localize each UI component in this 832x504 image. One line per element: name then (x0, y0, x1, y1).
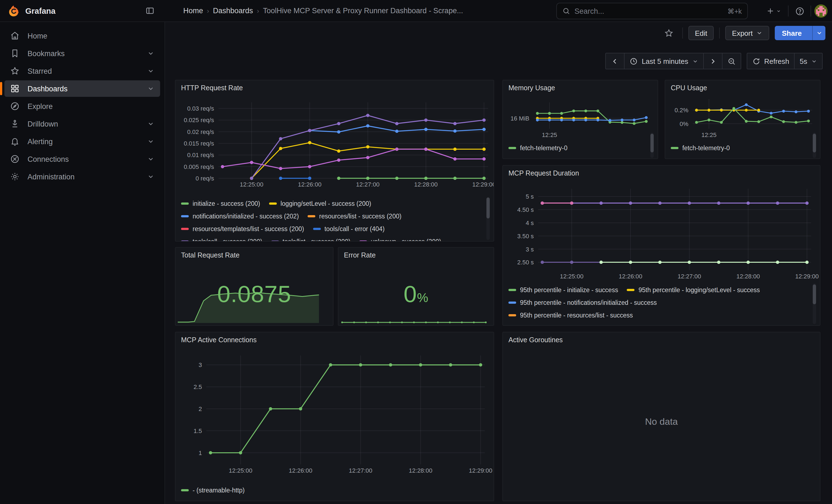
legend-item[interactable]: notifications/initialized - success (202… (181, 213, 299, 219)
chevron-down-icon (776, 8, 781, 14)
panel-total-request-rate: Total Request Rate 0.0875 (175, 247, 334, 326)
legend-item[interactable]: - (streamable-http) (181, 487, 244, 494)
legend-item[interactable]: unknown - success (200) (359, 238, 441, 242)
legend-scrollbar-thumb[interactable] (487, 197, 490, 218)
legend-label: unknown - success (200) (371, 238, 441, 242)
legend-item[interactable]: 95th percentile - notifications/initiali… (509, 299, 657, 306)
time-shift-back-button[interactable] (606, 53, 625, 69)
legend-item[interactable]: 95th percentile - initialize - success (509, 286, 618, 293)
legend-swatch (509, 314, 516, 316)
search-shortcut: ⌘+k (727, 7, 742, 15)
sidebar-item-dashboards[interactable]: Dashboards (4, 80, 160, 97)
legend-item[interactable]: tools/call - error (404) (313, 225, 385, 232)
legend-scrollbar-thumb[interactable] (813, 285, 816, 304)
stat-value: 0.0875 (176, 281, 333, 308)
panel-title[interactable]: HTTP Request Rate (181, 84, 243, 92)
panel-title[interactable]: Active Goroutines (509, 336, 563, 344)
legend-swatch (181, 215, 189, 217)
breadcrumb-item[interactable]: Home (183, 7, 203, 15)
legend-swatch (359, 240, 367, 242)
panel-mcp-request-duration: MCP Request Duration 12:25:0012:26:0012:… (502, 165, 821, 326)
sidebar-item-bookmarks[interactable]: Bookmarks (4, 45, 160, 62)
divider (682, 27, 683, 38)
legend-label: resources/list - success (200) (319, 213, 401, 219)
chevron-down-icon (816, 30, 822, 36)
svg-text:12:28:00: 12:28:00 (414, 181, 438, 188)
sidebar-item-explore[interactable]: Explore (4, 98, 160, 114)
edit-button[interactable]: Edit (688, 26, 714, 40)
svg-text:12:29:00: 12:29:00 (472, 181, 494, 188)
panel-title[interactable]: Memory Usage (509, 84, 555, 92)
panel-memory-usage: Memory Usage 12:2516 MiBfetch-telemetry-… (502, 80, 658, 159)
panel-error-rate: Error Rate 0% (338, 247, 494, 326)
legend-label: notifications/initialized - success (202… (192, 213, 299, 219)
sidebar-item-alerting[interactable]: Alerting (4, 133, 160, 150)
grafana-app: Grafana Home›Dashboards›ToolHive MCP Ser… (0, 0, 832, 504)
add-button[interactable] (763, 3, 785, 19)
export-button[interactable]: Export (726, 26, 769, 40)
legend-swatch (181, 202, 189, 205)
legend-item[interactable]: 95th percentile - resources/templates/li… (509, 324, 662, 325)
http-request-rate-chart[interactable]: 12:25:0012:26:0012:27:0012:28:0012:29:00… (176, 80, 494, 241)
sidebar-item-home[interactable]: Home (4, 27, 160, 44)
legend-item[interactable]: logging/setLevel - success (200) (269, 200, 371, 207)
legend-scrollbar-thumb[interactable] (650, 134, 654, 152)
search-input[interactable]: Search... ⌘+k (556, 3, 748, 19)
legend-item[interactable]: fetch-telemetry-0 (671, 145, 730, 151)
svg-text:12:29:00: 12:29:00 (795, 273, 819, 280)
dashboard-canvas: Last 5 minutes Refresh 5 (165, 44, 832, 504)
cog-icon (10, 172, 20, 182)
memory-usage-chart[interactable]: 12:2516 MiBfetch-telemetry-0 (503, 80, 657, 158)
user-avatar[interactable] (814, 4, 828, 18)
legend-swatch (627, 289, 635, 291)
legend-item[interactable]: resources/templates/list - success (200) (181, 225, 304, 232)
svg-text:12:25:00: 12:25:00 (229, 467, 252, 474)
zoom-out-button[interactable] (722, 53, 740, 69)
svg-text:0%: 0% (680, 121, 688, 127)
legend-item[interactable]: tools/list - success (200) (271, 238, 350, 242)
help-button[interactable] (792, 3, 807, 19)
breadcrumb-item[interactable]: Dashboards (213, 7, 253, 15)
refresh-button[interactable]: Refresh (747, 53, 795, 69)
panel-title[interactable]: Error Rate (344, 251, 375, 259)
legend-item[interactable]: resources/list - success (200) (308, 213, 401, 219)
legend-item[interactable]: tools/call - success (200) (181, 238, 262, 242)
share-button[interactable]: Share (775, 26, 825, 40)
mcp-active-connections-chart[interactable]: 12:25:0012:26:0012:27:0012:28:0012:29:00… (176, 332, 494, 501)
svg-text:3: 3 (199, 362, 202, 368)
panel-title[interactable]: MCP Active Connections (181, 336, 257, 344)
brand-name: Grafana (25, 6, 142, 15)
legend-swatch (313, 228, 320, 230)
sidebar-item-connections[interactable]: Connections (4, 151, 160, 167)
mcp-request-duration-chart[interactable]: 12:25:0012:26:0012:27:0012:28:0012:29:00… (503, 166, 820, 325)
panel-title[interactable]: CPU Usage (671, 84, 707, 92)
legend-item[interactable]: initialize - success (200) (181, 200, 260, 207)
time-range-picker[interactable]: Last 5 minutes (625, 53, 703, 69)
legend-scrollbar-thumb[interactable] (813, 134, 816, 152)
legend-label: initialize - success (200) (192, 200, 260, 207)
legend-swatch (509, 289, 516, 291)
stat-value: 0% (338, 281, 494, 308)
legend-item[interactable]: fetch-telemetry-0 (509, 145, 568, 151)
legend-item[interactable]: 95th percentile - logging/setLevel - suc… (627, 286, 760, 293)
legend-label: - (streamable-http) (192, 487, 244, 494)
share-menu-caret[interactable] (812, 26, 825, 40)
total-request-rate-stat: 0.0875 (176, 247, 333, 325)
panel-title[interactable]: MCP Request Duration (509, 169, 579, 177)
cpu-usage-chart[interactable]: 12:250.2%0%fetch-telemetry-0 (665, 80, 820, 158)
sidebar-item-drilldown[interactable]: Drilldown (4, 115, 160, 132)
drilldown-icon (10, 119, 20, 129)
favorite-star-icon[interactable] (661, 25, 677, 41)
legend-label: 95th percentile - resources/list - succe… (520, 312, 633, 318)
legend-item[interactable]: 95th percentile - resources/list - succe… (509, 312, 633, 318)
svg-text:12:25:00: 12:25:00 (240, 181, 264, 188)
sidebar-item-administration[interactable]: Administration (4, 168, 160, 185)
sidebar-item-starred[interactable]: Starred (4, 63, 160, 79)
refresh-interval-picker[interactable]: 5s (795, 53, 822, 69)
time-shift-forward-button[interactable] (703, 53, 722, 69)
panel-title[interactable]: Total Request Rate (181, 251, 240, 259)
legend-label: 95th percentile - notifications/initiali… (520, 299, 657, 306)
svg-text:12:27:00: 12:27:00 (356, 181, 380, 188)
sidebar-collapse-icon[interactable] (142, 3, 157, 19)
grafana-logo-icon[interactable] (8, 5, 20, 17)
